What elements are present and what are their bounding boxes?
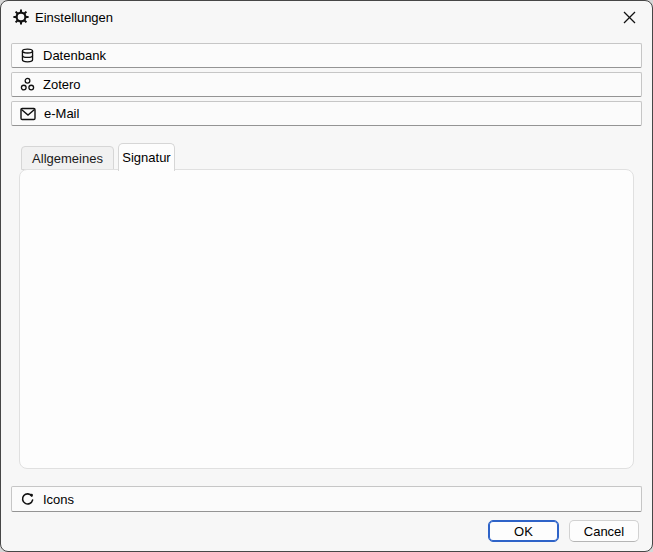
close-button[interactable] (606, 1, 652, 33)
section-label: Datenbank (43, 48, 106, 63)
window-title: Einstellungen (35, 10, 113, 25)
section-zotero[interactable]: Zotero (11, 72, 642, 97)
settings-dialog: Einstellungen Datenbank Zotero (0, 0, 653, 552)
section-label: Zotero (43, 77, 81, 92)
signatur-panel (19, 169, 634, 469)
section-label: e-Mail (44, 106, 79, 121)
section-label: Icons (43, 492, 74, 507)
ok-button[interactable]: OK (488, 520, 559, 542)
tab-allgemeines[interactable]: Allgemeines (21, 146, 114, 170)
section-datenbank[interactable]: Datenbank (11, 43, 642, 68)
tab-label: Allgemeines (32, 151, 103, 166)
title-bar: Einstellungen (1, 1, 652, 33)
close-icon (623, 11, 636, 24)
sync-icon (20, 492, 35, 507)
section-icons[interactable]: Icons (11, 486, 642, 512)
cancel-button[interactable]: Cancel (569, 520, 639, 542)
mail-icon (20, 107, 36, 121)
database-icon (20, 48, 35, 63)
tab-signatur[interactable]: Signatur (118, 143, 175, 171)
zotero-icon (20, 77, 35, 92)
tab-label: Signatur (122, 150, 170, 165)
gear-icon (13, 9, 29, 25)
section-email[interactable]: e-Mail (11, 101, 642, 126)
